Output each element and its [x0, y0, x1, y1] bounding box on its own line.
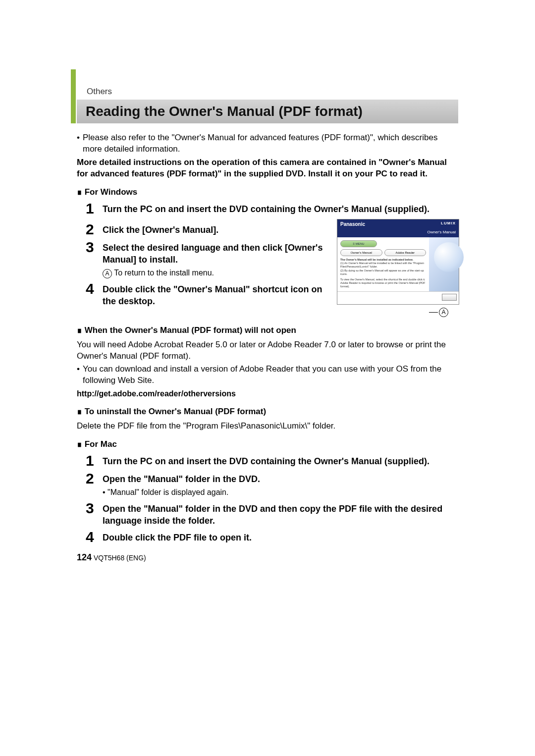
win-step-3-text: Select the desired language and then cli… [103, 242, 328, 266]
uninstall-heading-text: To uninstall the Owner's Manual (PDF for… [85, 407, 266, 416]
installer-disc-graphic [429, 237, 459, 291]
installer-subtitle: Owner's Manual [337, 229, 459, 237]
not-open-bullet-text: You can download and install a version o… [83, 364, 458, 386]
installer-owners-btn: Owner's Manual [340, 249, 382, 256]
installer-line3: To view the Owner's Manual, select the s… [340, 278, 426, 288]
mac-step-2-note-text: "Manual" folder is displayed again. [107, 488, 228, 496]
uninstall-heading: ∎ To uninstall the Owner's Manual (PDF f… [77, 406, 458, 418]
mac-step-2-text: Open the "Manual" folder in the DVD. [103, 473, 458, 485]
mac-step-1: 1 Turn the PC on and insert the DVD cont… [86, 453, 458, 468]
win-step-4-text: Double click the "Owner's Manual" shortc… [103, 281, 328, 308]
win-step-3: 3 Select the desired language and then c… [86, 240, 328, 278]
installer-adobe-btn: Adobe Reader [384, 249, 427, 256]
installer-heading: The Owner's Manual will be installed as … [340, 258, 426, 262]
mac-step-4: 4 Double click the PDF file to open it. [86, 530, 458, 544]
intro-bold: More detailed instructions on the operat… [77, 157, 458, 180]
mac-step-2: 2 Open the "Manual" folder in the DVD. •… [86, 471, 458, 498]
not-open-heading-text: When the Owner's Manual (PDF format) wil… [85, 325, 296, 335]
installer-callout: A [337, 307, 458, 318]
mac-step-3: 3 Open the "Manual" folder in the DVD an… [86, 501, 458, 527]
not-open-heading: ∎ When the Owner's Manual (PDF format) w… [77, 325, 458, 336]
intro-bullet-text: Please also refer to the "Owner's Manual… [83, 132, 458, 155]
installer-screenshot: Panasonic LUMIX Owner's Manual ≡ MENU Ow… [337, 219, 459, 305]
intro-bullet: • Please also refer to the "Owner's Manu… [77, 132, 458, 155]
win-step-2-text: Click the [Owner's Manual]. [103, 222, 328, 236]
page-header: Others Reading the Owner's Manual (PDF f… [77, 87, 458, 123]
win-step-3-note: A To return to the install menu. [103, 268, 328, 278]
callout-a-icon: A [103, 269, 112, 278]
win-step-3-note-text: To return to the install menu. [114, 269, 214, 277]
installer-line1: (1) An Owner's Manual will be installed … [340, 262, 426, 269]
page-number: 124 [77, 552, 92, 562]
title-bar: Reading the Owner's Manual (PDF format) [77, 100, 458, 123]
win-step-4: 4 Double click the "Owner's Manual" shor… [86, 281, 328, 308]
page-title: Reading the Owner's Manual (PDF format) [86, 104, 363, 119]
section-label: Others [87, 87, 458, 97]
installer-line2: (2) By doing so the Owner's Manual will … [340, 269, 426, 276]
page-footer: 124 VQT5H68 (ENG) [77, 551, 458, 563]
win-step-1: 1 Turn the PC on and insert the DVD cont… [86, 201, 458, 216]
installer-lumix: LUMIX [441, 221, 456, 228]
not-open-text: You will need Adobe Acrobat Reader 5.0 o… [77, 339, 458, 362]
doc-code: VQT5H68 (ENG) [94, 554, 146, 562]
installer-brand: Panasonic [340, 221, 365, 228]
win-step-2: 2 Click the [Owner's Manual]. [86, 222, 328, 237]
mac-step-4-text: Double click the PDF file to open it. [103, 530, 458, 543]
callout-a-label: A [439, 308, 448, 317]
mac-step-3-text: Open the "Manual" folder in the DVD and … [103, 501, 458, 527]
installer-close-btn [442, 294, 457, 301]
installer-menu-btn: ≡ MENU [340, 240, 377, 247]
mac-heading-text: For Mac [85, 439, 117, 449]
uninstall-text: Delete the PDF file from the "Program Fi… [77, 421, 458, 432]
mac-step-1-text: Turn the PC on and insert the DVD contai… [103, 453, 458, 467]
adobe-url: http://get.adobe.com/reader/otherversion… [77, 388, 458, 399]
not-open-bullet: • You can download and install a version… [77, 364, 458, 386]
windows-heading: ∎ For Windows [77, 187, 458, 198]
accent-bar [71, 69, 76, 123]
windows-heading-text: For Windows [85, 187, 138, 197]
mac-heading: ∎ For Mac [77, 439, 458, 450]
mac-step-2-note: • "Manual" folder is displayed again. [103, 487, 458, 498]
win-step-1-text: Turn the PC on and insert the DVD contai… [103, 201, 458, 215]
